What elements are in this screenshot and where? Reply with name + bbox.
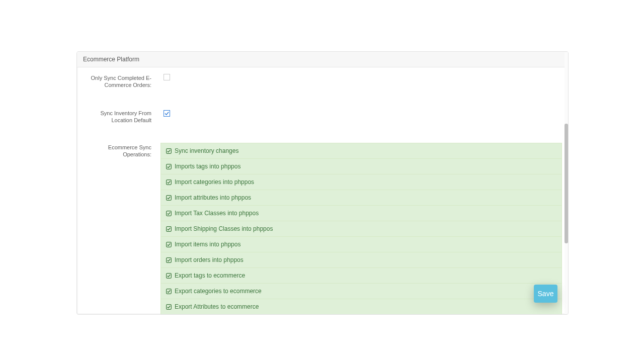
check-icon xyxy=(165,111,169,116)
field-sync-inventory-location: Sync Inventory From Location Default xyxy=(80,88,565,124)
field-sync-operations: Ecommerce Sync Operations: Sync inventor… xyxy=(80,124,565,315)
sync-inventory-location-checkbox[interactable] xyxy=(164,110,170,117)
panel-body: Only Sync Completed E-Commerce Orders: S… xyxy=(77,67,568,315)
checked-square-icon xyxy=(166,289,172,294)
only-sync-completed-checkbox[interactable] xyxy=(164,74,170,80)
sync-operation-label: Import orders into phppos xyxy=(175,256,244,263)
sync-operation-label: Import Shipping Classes into phppos xyxy=(175,225,273,232)
scrollbar-thumb[interactable] xyxy=(565,124,568,243)
settings-panel: Ecommerce Platform Only Sync Completed E… xyxy=(76,51,569,315)
checked-square-icon xyxy=(166,195,172,201)
sync-operation-item[interactable]: Imports tags into phppos xyxy=(161,159,561,174)
sync-operation-label: Import categories into phppos xyxy=(175,178,254,186)
sync-operation-label: Imports tags into phppos xyxy=(175,163,240,170)
checked-square-icon xyxy=(166,257,172,263)
checked-square-icon xyxy=(166,273,172,279)
checked-square-icon xyxy=(166,211,172,216)
sync-operation-label: Export categories to ecommerce xyxy=(175,288,262,295)
sync-inventory-location-label: Sync Inventory From Location Default xyxy=(80,109,154,124)
checked-square-icon xyxy=(166,304,172,310)
sync-operation-item[interactable]: Import attributes into phppos xyxy=(161,190,561,206)
sync-operation-item[interactable]: Import orders into phppos xyxy=(161,252,561,268)
sync-operation-label: Export tags to ecommerce xyxy=(175,272,245,279)
sync-operation-item[interactable]: Import Shipping Classes into phppos xyxy=(161,221,561,237)
sync-operation-item[interactable]: Import Tax Classes into phppos xyxy=(161,206,561,221)
checked-square-icon xyxy=(166,164,172,169)
sync-operation-label: Import Tax Classes into phppos xyxy=(175,210,259,217)
checked-square-icon xyxy=(166,179,172,185)
sync-operation-item[interactable]: Import items into phppos xyxy=(161,237,561,252)
sync-operation-item[interactable]: Export tags to ecommerce xyxy=(161,268,561,284)
sync-operations-list: Sync inventory changesImports tags into … xyxy=(160,143,562,315)
checked-square-icon xyxy=(166,226,172,232)
scrollbar-track[interactable] xyxy=(565,52,568,314)
only-sync-completed-label: Only Sync Completed E-Commerce Orders: xyxy=(80,73,154,88)
checked-square-icon xyxy=(166,148,172,154)
field-only-sync-completed: Only Sync Completed E-Commerce Orders: xyxy=(80,67,565,88)
checked-square-icon xyxy=(166,242,172,247)
panel-title: Ecommerce Platform xyxy=(77,52,568,67)
sync-operation-label: Import attributes into phppos xyxy=(175,194,251,201)
sync-operation-item[interactable]: Export categories to ecommerce xyxy=(161,284,561,299)
sync-operation-label: Import items into phppos xyxy=(175,241,240,248)
sync-operation-item[interactable]: Export Attributes to ecommerce xyxy=(161,299,561,315)
sync-operation-item[interactable]: Import categories into phppos xyxy=(161,174,561,190)
sync-operation-item[interactable]: Sync inventory changes xyxy=(161,143,561,159)
sync-operations-label: Ecommerce Sync Operations: xyxy=(80,143,154,158)
sync-operation-label: Sync inventory changes xyxy=(175,147,238,154)
sync-operation-label: Export Attributes to ecommerce xyxy=(175,303,259,310)
save-button[interactable]: Save xyxy=(534,285,557,303)
